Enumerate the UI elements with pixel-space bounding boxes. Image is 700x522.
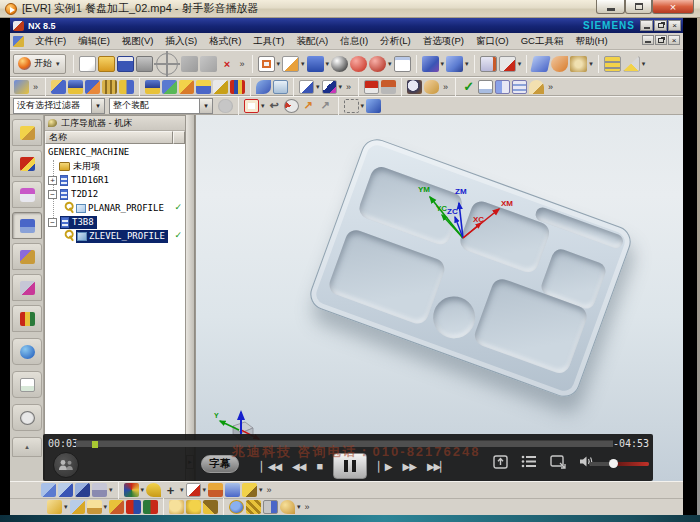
menu-view[interactable]: 视图(V) bbox=[116, 33, 160, 50]
mdi-minimize-button[interactable] bbox=[642, 35, 654, 45]
cut-operation-icon[interactable] bbox=[58, 483, 73, 497]
open-file-icon[interactable] bbox=[98, 56, 115, 72]
snap-point-gear-icon[interactable] bbox=[218, 99, 233, 113]
chevron-down-icon[interactable]: ▾ bbox=[339, 83, 343, 91]
lasso-icon[interactable] bbox=[344, 99, 359, 113]
copy-icon[interactable] bbox=[200, 56, 217, 72]
chevron-down-icon[interactable]: ▾ bbox=[326, 60, 330, 68]
vector-arrow-icon[interactable]: ↗ bbox=[318, 99, 333, 113]
toolbar-overflow[interactable]: » bbox=[33, 82, 38, 92]
pattern-component-icon[interactable] bbox=[102, 80, 117, 94]
mirror-assembly-icon[interactable] bbox=[119, 80, 134, 94]
operation-navigator-tab[interactable] bbox=[12, 212, 42, 239]
render-style-icon[interactable] bbox=[446, 56, 463, 72]
chevron-down-icon[interactable]: ▾ bbox=[465, 60, 469, 68]
drive-curve-icon[interactable] bbox=[208, 483, 223, 497]
stop-button[interactable]: ■ bbox=[316, 460, 322, 472]
tool-path-editor-icon[interactable] bbox=[512, 80, 527, 94]
compass-icon[interactable] bbox=[284, 99, 299, 113]
sketch-icon[interactable] bbox=[282, 56, 299, 72]
print-icon[interactable] bbox=[136, 56, 153, 72]
chevron-down-icon[interactable]: ▾ bbox=[361, 102, 365, 110]
tree-row-planar-profile[interactable]: PLANAR_PROFILE bbox=[65, 201, 164, 215]
expand-icon[interactable]: + bbox=[48, 176, 57, 185]
confirm-path-icon[interactable] bbox=[143, 500, 158, 514]
community-button[interactable] bbox=[53, 452, 79, 478]
select-filter-flag-icon[interactable] bbox=[322, 80, 337, 94]
chevron-down-icon[interactable]: ▾ bbox=[109, 486, 113, 494]
view-layout-icon[interactable] bbox=[258, 56, 275, 72]
solid-body-icon[interactable] bbox=[366, 99, 381, 113]
post-process-icon[interactable] bbox=[529, 80, 544, 94]
geometry-view-icon[interactable] bbox=[381, 80, 396, 94]
menu-window[interactable]: 窗口(O) bbox=[470, 33, 515, 50]
measure-arrow-icon[interactable]: ↗ bbox=[301, 99, 316, 113]
create-geometry-icon[interactable] bbox=[162, 80, 177, 94]
menu-preferences[interactable]: 首选项(P) bbox=[417, 33, 470, 50]
chain-icon[interactable] bbox=[246, 500, 261, 514]
undo-icon[interactable]: ↩ bbox=[267, 99, 282, 113]
chevron-down-icon[interactable]: ▾ bbox=[141, 486, 145, 494]
add-component-icon[interactable] bbox=[51, 80, 66, 94]
shaded-display-icon[interactable] bbox=[331, 56, 348, 72]
chevron-down-icon[interactable]: ▾ bbox=[301, 60, 305, 68]
generate-toolpath-icon[interactable] bbox=[196, 80, 211, 94]
point-icon[interactable] bbox=[570, 56, 587, 72]
step-button[interactable]: ▏▶ bbox=[378, 461, 391, 472]
transform-icon[interactable] bbox=[109, 500, 124, 514]
chevron-down-icon[interactable]: ▾ bbox=[64, 503, 68, 511]
player-titlebar[interactable]: [EVR] 实例1 餐盘加工_02.mp4 - 射手影音播放器 × bbox=[0, 0, 700, 18]
web-browser-tab[interactable] bbox=[12, 338, 42, 365]
show-hide-icon[interactable] bbox=[350, 56, 367, 72]
chevron-down-icon[interactable]: ▾ bbox=[642, 60, 646, 68]
history-tab[interactable] bbox=[12, 371, 42, 398]
reuse-library-tab[interactable] bbox=[12, 305, 42, 332]
create-tool-icon[interactable] bbox=[145, 80, 160, 94]
move-component-icon[interactable] bbox=[68, 80, 83, 94]
chevron-down-icon[interactable]: ▾ bbox=[277, 60, 281, 68]
system-scenes-tab[interactable] bbox=[12, 404, 42, 431]
pin-yellow-icon[interactable] bbox=[146, 483, 161, 497]
delete-icon[interactable]: × bbox=[219, 56, 236, 72]
tree-row-generic-machine[interactable]: GENERIC_MACHINE bbox=[48, 145, 129, 159]
measure-angle-icon[interactable] bbox=[623, 56, 640, 72]
snap-view-icon[interactable] bbox=[422, 56, 439, 72]
toolbar-overflow[interactable]: » bbox=[346, 82, 351, 92]
selection-filter-dropdown[interactable]: 没有选择过滤器 ▾ bbox=[13, 98, 105, 114]
toolbar-overflow[interactable]: » bbox=[240, 59, 245, 69]
mdi-restore-button[interactable] bbox=[655, 35, 667, 45]
mirror-path-icon[interactable] bbox=[126, 500, 141, 514]
menu-edit[interactable]: 编辑(E) bbox=[72, 33, 116, 50]
mdi-close-button[interactable]: × bbox=[668, 35, 680, 45]
resource-bar-scroll[interactable]: ▴ bbox=[12, 437, 42, 457]
part-navigator-tab[interactable] bbox=[12, 181, 42, 208]
locate-tool-icon[interactable] bbox=[186, 500, 201, 514]
progress-marker[interactable] bbox=[92, 441, 98, 448]
toolbar-overflow[interactable]: » bbox=[548, 82, 553, 92]
paste-operation-icon[interactable] bbox=[92, 483, 107, 497]
datum-plane-icon[interactable] bbox=[530, 56, 550, 72]
operation-dialog-icon[interactable] bbox=[495, 80, 510, 94]
menu-information[interactable]: 信息(I) bbox=[334, 33, 374, 50]
menu-tools[interactable]: 工具(T) bbox=[247, 33, 290, 50]
synchronize-icon[interactable] bbox=[256, 80, 271, 94]
chevron-down-icon[interactable]: ▾ bbox=[180, 486, 184, 494]
copy-operation-icon[interactable] bbox=[75, 483, 90, 497]
pan-hand-icon[interactable] bbox=[424, 80, 439, 94]
machine-tool-view-icon[interactable] bbox=[364, 80, 379, 94]
machine-navigator-tab[interactable] bbox=[12, 243, 42, 270]
nx-minimize-button[interactable] bbox=[640, 20, 653, 31]
select-flag-icon[interactable] bbox=[299, 80, 314, 94]
customize-icon[interactable] bbox=[14, 80, 29, 94]
display-workpiece-icon[interactable] bbox=[273, 80, 288, 94]
shield-icon[interactable] bbox=[229, 500, 244, 514]
menu-help[interactable]: 帮助(H) bbox=[569, 33, 613, 50]
fast-forward-button[interactable]: ▶▶ bbox=[403, 461, 416, 472]
workpiece-icon[interactable] bbox=[70, 500, 85, 514]
chevron-down-icon[interactable]: ▾ bbox=[104, 503, 108, 511]
cut-icon[interactable] bbox=[181, 56, 198, 72]
chevron-down-icon[interactable]: ▾ bbox=[518, 60, 522, 68]
shop-documentation-icon[interactable] bbox=[230, 80, 245, 94]
information-icon[interactable] bbox=[480, 56, 497, 72]
show-tool-icon[interactable] bbox=[47, 500, 62, 514]
